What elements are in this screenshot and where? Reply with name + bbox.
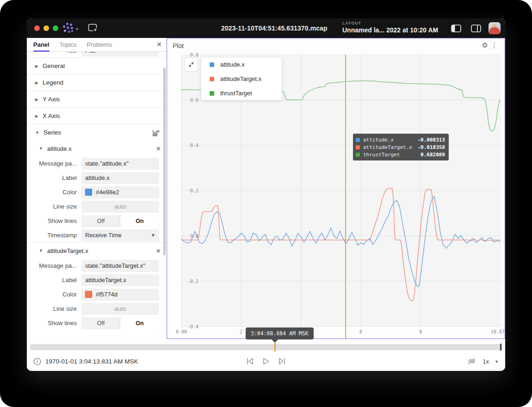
x-tick-label: 2 <box>240 329 242 334</box>
section-label: Legend <box>43 79 63 86</box>
user-avatar[interactable] <box>489 22 501 34</box>
series-expand-caret-icon: ▼ <box>39 146 43 151</box>
recording-info-icon[interactable] <box>33 358 41 365</box>
section-y-axis[interactable]: ▶Y Axis <box>27 91 167 107</box>
timeline-scrubber[interactable] <box>30 344 502 350</box>
series-name: attitudeTarget.x <box>47 247 88 254</box>
field-input[interactable]: attitude.x <box>81 172 159 184</box>
collapse-legend-button[interactable] <box>184 57 198 72</box>
settings-sections: ▶General▶Legend▶Y Axis▶X Axis <box>27 57 167 124</box>
field-label: Color <box>27 189 81 196</box>
toggle-option-on[interactable]: On <box>120 215 159 227</box>
toggle-option-off[interactable]: Off <box>81 215 120 227</box>
scrubber-playhead[interactable] <box>274 343 276 352</box>
field-row: Color#f5774d <box>27 287 167 302</box>
field-input[interactable]: state."attitude.x" <box>81 158 159 170</box>
section-series[interactable]: ▼ Series <box>27 124 167 141</box>
plot-legend: attitude.xattitudeTarget.xthrustTarget <box>201 57 282 100</box>
loop-off-icon[interactable] <box>467 357 476 365</box>
title-field-input[interactable]: Plot <box>81 52 159 56</box>
legend-item-attitudeTarget.x[interactable]: attitudeTarget.x <box>201 72 282 86</box>
zoom-window-button[interactable] <box>53 25 58 31</box>
hover-time-line <box>345 55 346 339</box>
series-header-attitude.x[interactable]: ▼attitude.x✕ <box>27 141 167 156</box>
app-menu-chevron-icon[interactable]: ▾ <box>76 26 78 31</box>
color-swatch[interactable] <box>85 189 92 196</box>
section-caret-icon: ▶ <box>35 97 38 102</box>
screenshot-canvas: ▾ 2023-11-10T04:51:45.631370.mcap LAYOUT… <box>0 0 532 407</box>
legend-label: attitudeTarget.x <box>220 75 261 82</box>
field-label: Timestamp <box>27 232 81 239</box>
speed-caret-icon[interactable]: ▾ <box>495 359 498 364</box>
settings-sidebar: Panel Topics Problems ✕ Title Plot ▶Gene… <box>27 38 167 339</box>
legend-swatch <box>210 62 214 67</box>
section-legend[interactable]: ▶Legend <box>27 74 167 91</box>
series-name: attitude.x <box>47 145 72 152</box>
tooltip-series-label: attitude.x <box>363 137 417 143</box>
playback-speed[interactable]: 1x <box>483 358 489 365</box>
section-caret-icon: ▶ <box>35 64 38 68</box>
field-input[interactable]: attitudeTarget.x <box>81 274 159 286</box>
tooltip-series-label: attitudeTarget.x <box>363 144 417 150</box>
close-window-button[interactable] <box>34 25 40 31</box>
logo-dot <box>71 27 73 29</box>
seek-backward-button[interactable] <box>246 357 254 365</box>
logo-dot <box>63 25 65 28</box>
collapse-arrows-icon <box>188 61 195 68</box>
field-row: Line sizeauto <box>27 302 167 316</box>
y-tick-label: 0.4 <box>180 143 198 148</box>
section-label: General <box>43 62 65 69</box>
color-swatch[interactable] <box>85 291 92 298</box>
tooltip-series-value: 0.682089 <box>421 152 445 158</box>
logo-dot <box>68 31 70 33</box>
tab-problems[interactable]: Problems <box>87 38 112 51</box>
tooltip-series-label: thrustTarget <box>363 152 421 158</box>
logo-dot <box>66 23 68 25</box>
y-tick-label: -0.2 <box>180 279 198 284</box>
layout-caret-icon[interactable]: ▾ <box>433 27 436 33</box>
left-sidebar-toggle-icon[interactable] <box>451 25 461 32</box>
sidebar-scrollbar[interactable] <box>163 68 166 255</box>
field-label: Line size <box>27 305 81 312</box>
color-field[interactable]: #f5774d <box>81 289 159 301</box>
play-button[interactable] <box>262 357 270 365</box>
field-input[interactable]: auto <box>81 303 159 315</box>
y-tick-label: 0.8 <box>180 52 198 57</box>
x-tick-label: 8 <box>419 329 422 334</box>
playback-bar: 1970-01-01 3:04:13.831 AM MSK <box>27 339 505 371</box>
select-caret-icon: ▼ <box>151 233 155 238</box>
current-timestamp: 1970-01-01 3:04:13.831 AM MSK <box>45 358 138 365</box>
add-series-icon[interactable] <box>152 129 160 137</box>
foxglove-logo-icon[interactable] <box>62 23 74 34</box>
field-input[interactable]: state."attitudeTarget.x" <box>81 260 159 272</box>
section-label: Y Axis <box>43 96 60 103</box>
legend-item-attitude.x[interactable]: attitude.x <box>201 57 282 72</box>
tab-panel[interactable]: Panel <box>33 38 49 51</box>
timestamp-select[interactable]: Receive Time▼ <box>81 229 159 241</box>
section-general[interactable]: ▶General <box>27 57 167 74</box>
add-panel-icon[interactable] <box>88 24 98 32</box>
right-sidebar-toggle-icon[interactable] <box>471 25 481 32</box>
field-input[interactable]: auto <box>81 201 159 213</box>
remove-series-icon[interactable]: ✕ <box>156 145 161 152</box>
section-x-axis[interactable]: ▶X Axis <box>27 107 167 124</box>
field-label: Label <box>27 174 81 181</box>
show-lines-toggle: OffOn <box>81 215 159 227</box>
remove-series-icon[interactable]: ✕ <box>156 247 161 254</box>
toggle-option-off[interactable]: Off <box>81 317 120 329</box>
legend-item-thrustTarget[interactable]: thrustTarget <box>201 86 282 100</box>
tab-topics[interactable]: Topics <box>60 38 77 51</box>
seek-forward-button[interactable] <box>278 357 286 365</box>
series-header-attitudeTarget.x[interactable]: ▼attitudeTarget.x✕ <box>27 243 167 259</box>
color-field[interactable]: #4e98e2 <box>81 186 159 198</box>
toggle-option-on[interactable]: On <box>120 317 159 329</box>
close-sidebar-icon[interactable]: ✕ <box>156 41 162 48</box>
panel-settings-gear-icon[interactable]: ⚙ <box>482 41 488 49</box>
logo-dot <box>67 26 69 29</box>
y-tick-label: 0.2 <box>180 188 198 193</box>
panel-menu-kebab-icon[interactable]: ⋮ <box>491 41 498 49</box>
tooltip-series-value: -0.018358 <box>417 144 445 150</box>
layout-selector[interactable]: LAYOUT Unnamed la... 2022 at 10:20 AM <box>342 21 438 34</box>
data-source-title: 2023-11-10T04:51:45.631370.mcap <box>221 25 328 32</box>
minimize-window-button[interactable] <box>43 25 49 31</box>
